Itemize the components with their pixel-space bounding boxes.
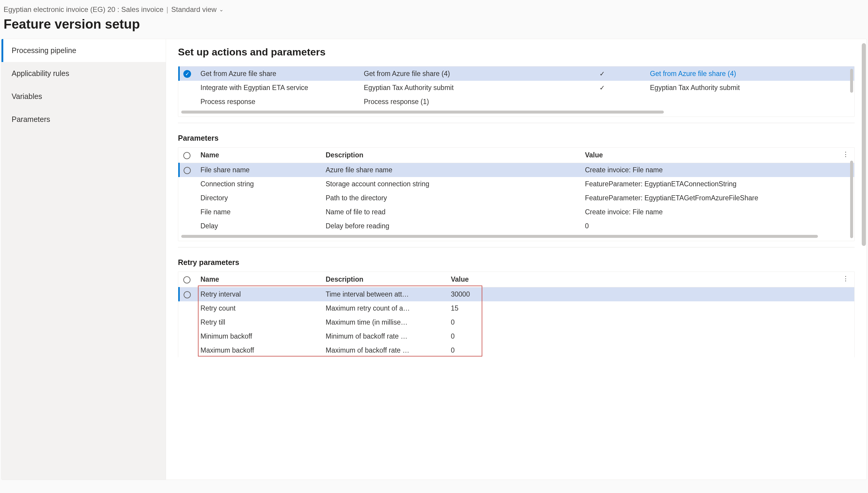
sidebar-item-variables[interactable]: Variables [1,85,166,108]
action-link-cell [646,95,854,109]
retry-name: Retry interval [196,287,322,302]
horizontal-scrollbar[interactable] [181,235,818,238]
row-radio[interactable] [183,167,191,174]
horizontal-scrollbar-track[interactable] [181,234,851,238]
parameter-row[interactable]: Directory Path to the directory FeatureP… [179,191,854,205]
param-name: Directory [196,191,322,205]
retry-row[interactable]: Retry interval Time interval between att… [179,287,854,302]
sidebar-item-label: Variables [12,92,42,101]
retry-value: 0 [447,315,479,329]
actions-grid: ✓ Get from Azure file share Get from Azu… [178,66,854,117]
param-value: Create invoice: File name [581,205,854,219]
row-radio[interactable] [183,291,191,298]
sidebar-item-label: Parameters [12,115,50,123]
section-title-parameters: Parameters [178,134,854,143]
retry-grid: Name Description Value Retry interval Ti… [178,272,854,357]
breadcrumb-separator: | [166,5,168,14]
main-panel: Set up actions and parameters ✓ Get from… [166,39,867,479]
action-row[interactable]: ✓ Get from Azure file share Get from Azu… [179,66,854,81]
vertical-scrollbar[interactable] [850,160,853,238]
param-desc: Storage account connection string [322,177,581,191]
col-header-description[interactable]: Description [322,148,581,163]
action-row[interactable]: Integrate with Egyptian ETA service Egyp… [179,81,854,95]
parameter-row[interactable]: Delay Delay before reading 0 [179,219,854,233]
action-cell: Process response [196,95,360,109]
retry-desc: Maximum retry count of a… [322,301,447,315]
param-desc: Name of file to read [322,205,581,219]
page-vertical-scrollbar[interactable] [862,43,866,246]
sidebar: Processing pipeline Applicability rules … [1,39,166,479]
retry-row[interactable]: Retry count Maximum retry count of a… 15 [179,301,854,315]
param-desc: Delay before reading [322,219,581,233]
divider [178,123,854,123]
param-value: FeatureParameter: EgyptianETAConnectionS… [581,177,854,191]
retry-desc: Maximum of backoff rate … [322,343,447,357]
view-label: Standard view [171,5,217,14]
retry-desc: Minimum of backoff rate … [322,329,447,343]
more-options-icon[interactable]: ⋮ [842,151,849,158]
check-icon: ✓ [600,70,605,78]
param-value: 0 [581,219,854,233]
action-cell: Get from Azure file share [196,66,360,81]
retry-row[interactable]: Maximum backoff Maximum of backoff rate … [179,343,854,357]
parameter-row[interactable]: File share name Azure file share name Cr… [179,163,854,177]
retry-value: 0 [447,343,479,357]
parameter-row[interactable]: Connection string Storage account connec… [179,177,854,191]
breadcrumb: Egyptian electronic invoice (EG) 20 : Sa… [0,0,868,16]
select-all-radio[interactable] [183,276,191,283]
page-title: Feature version setup [0,16,868,39]
col-header-value[interactable]: Value [447,272,479,287]
divider [178,247,854,248]
param-desc: Path to the directory [322,191,581,205]
action-name-cell: Egyptian Tax Authority submit [360,81,595,95]
more-options-icon[interactable]: ⋮ [842,275,849,283]
sidebar-item-parameters[interactable]: Parameters [1,108,166,131]
section-title-actions: Set up actions and parameters [178,46,854,58]
retry-name: Maximum backoff [196,343,322,357]
retry-name: Minimum backoff [196,329,322,343]
retry-name: Retry count [196,301,322,315]
view-dropdown[interactable]: Standard view ⌄ [171,5,223,14]
action-name-cell: Get from Azure file share (4) [360,66,595,81]
param-value: Create invoice: File name [581,163,854,177]
parameters-grid: Name Description Value File share name A… [178,147,854,241]
row-selected-icon[interactable]: ✓ [183,70,191,78]
sidebar-item-label: Applicability rules [12,69,69,78]
action-link-cell: Egyptian Tax Authority submit [646,81,854,95]
retry-desc: Maximum time (in millise… [322,315,447,329]
param-name: File share name [196,163,322,177]
sidebar-item-applicability-rules[interactable]: Applicability rules [1,62,166,85]
param-name: Connection string [196,177,322,191]
retry-desc: Time interval between att… [322,287,447,302]
col-header-value[interactable]: Value [581,148,854,163]
action-name-cell: Process response (1) [360,95,595,109]
retry-row[interactable]: Retry till Maximum time (in millise… 0 [179,315,854,329]
action-cell: Integrate with Egyptian ETA service [196,81,360,95]
action-link[interactable]: Get from Azure file share (4) [650,70,736,78]
col-header-name[interactable]: Name [196,148,322,163]
retry-value: 0 [447,329,479,343]
vertical-scrollbar[interactable] [850,69,853,93]
action-row[interactable]: Process response Process response (1) [179,95,854,109]
retry-name: Retry till [196,315,322,329]
breadcrumb-path: Egyptian electronic invoice (EG) 20 : Sa… [4,5,164,14]
param-name: Delay [196,219,322,233]
horizontal-scrollbar-track[interactable] [181,110,851,114]
param-value: FeatureParameter: EgyptianETAGetFromAzur… [581,191,854,205]
col-header-description[interactable]: Description [322,272,447,287]
retry-value: 15 [447,301,479,315]
retry-row[interactable]: Minimum backoff Minimum of backoff rate … [179,329,854,343]
chevron-down-icon: ⌄ [219,6,223,13]
param-name: File name [196,205,322,219]
param-desc: Azure file share name [322,163,581,177]
horizontal-scrollbar[interactable] [181,111,664,113]
content-panel: Processing pipeline Applicability rules … [1,39,867,480]
parameter-row[interactable]: File name Name of file to read Create in… [179,205,854,219]
sidebar-item-processing-pipeline[interactable]: Processing pipeline [1,39,166,62]
section-title-retry: Retry parameters [178,258,854,267]
col-header-name[interactable]: Name [196,272,322,287]
check-icon: ✓ [600,84,605,91]
select-all-radio[interactable] [183,152,191,159]
retry-value: 30000 [447,287,479,302]
sidebar-item-label: Processing pipeline [12,46,76,55]
